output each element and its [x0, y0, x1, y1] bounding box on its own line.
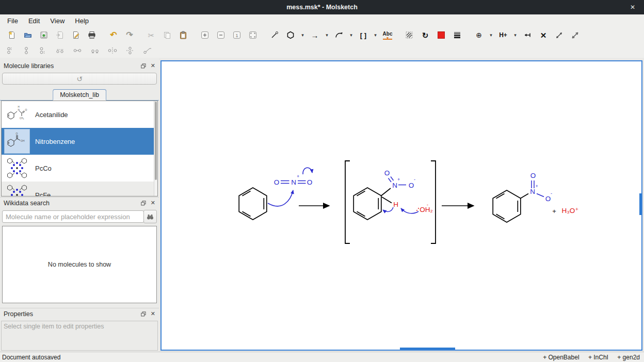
float-panel-icon[interactable]: [141, 201, 146, 206]
molecule-arrange-icon-1[interactable]: [5, 46, 14, 55]
ring-tool-dropdown[interactable]: ▾: [300, 32, 305, 38]
paste-button[interactable]: [176, 28, 190, 42]
zoom-original-button[interactable]: 1: [230, 28, 244, 42]
hydrogen-tool[interactable]: H+: [496, 28, 510, 42]
zoom-out-button[interactable]: [214, 28, 228, 42]
float-panel-icon[interactable]: [141, 311, 146, 317]
reactant-benzene[interactable]: [239, 188, 267, 220]
new-document-icon: [8, 31, 16, 39]
charge-tool[interactable]: ⊕: [472, 28, 486, 42]
mechanism-arrow-tool[interactable]: [332, 28, 346, 42]
open-file-button[interactable]: [21, 28, 35, 42]
menu-file[interactable]: File: [2, 16, 23, 26]
close-panel-icon[interactable]: ✕: [151, 311, 155, 317]
atom-label-o[interactable]: O: [530, 172, 536, 179]
color-tool[interactable]: [434, 28, 448, 42]
drawing-canvas[interactable]: O N O +: [160, 60, 642, 351]
hydrogen-tool-dropdown[interactable]: ▾: [512, 32, 518, 38]
menu-edit[interactable]: Edit: [23, 16, 45, 26]
list-item-acetanilide[interactable]: NHOCH₃ Acetanilide: [2, 101, 157, 128]
electron-arrow-benzene-to-nitronium[interactable]: [268, 190, 293, 206]
undo-button[interactable]: ↶: [107, 28, 120, 42]
status-message: Document autosaved: [2, 354, 60, 361]
electron-arrow-no-bond-to-oxygen[interactable]: [303, 168, 312, 174]
window-close-icon[interactable]: ✕: [625, 0, 640, 14]
line-width-tool[interactable]: [450, 28, 464, 42]
redo-button[interactable]: ↷: [123, 28, 136, 42]
cut-button[interactable]: ✂: [144, 28, 158, 42]
delete-tool[interactable]: ✕: [537, 28, 550, 42]
molecule-arrange-icon-4[interactable]: [55, 46, 65, 55]
mechanism-tool-1[interactable]: [553, 28, 566, 42]
atom-label-o[interactable]: O: [384, 169, 390, 177]
hydronium-label[interactable]: H₃O⁺: [562, 207, 579, 215]
export-button[interactable]: [69, 28, 83, 42]
atom-label-n[interactable]: N: [291, 178, 296, 186]
menu-view[interactable]: View: [45, 16, 70, 26]
mechanism-tool-2[interactable]: [569, 28, 582, 42]
library-scrollbar[interactable]: [154, 101, 157, 196]
print-button[interactable]: [85, 28, 99, 42]
bracket-tool-dropdown[interactable]: ▾: [373, 32, 378, 38]
atom-label-h[interactable]: H: [393, 201, 398, 208]
text-tool[interactable]: Abc▾: [381, 28, 394, 42]
molecule-arrange-icon-9[interactable]: [142, 46, 153, 55]
new-document-button[interactable]: [5, 28, 19, 42]
rotate-tool[interactable]: ↻: [418, 28, 432, 42]
ring-tool[interactable]: [284, 28, 297, 42]
molecule-arrange-icon-5[interactable]: [72, 46, 83, 55]
molecule-arrange-icon-7[interactable]: [107, 46, 118, 55]
molecule-libraries-panel: Molecule libraries ✕ ↺ Molsketch_lib NHO…: [0, 60, 159, 197]
zoom-fit-button[interactable]: [246, 28, 260, 42]
molecule-search-input[interactable]: [2, 210, 144, 223]
reaction-arrow-dropdown[interactable]: ▾: [324, 32, 330, 38]
import-button[interactable]: [53, 28, 67, 42]
copy-button[interactable]: [160, 28, 174, 42]
atom-label-o[interactable]: O: [409, 182, 414, 189]
mechanism-arrow-dropdown[interactable]: ▾: [348, 32, 354, 38]
connect-tool[interactable]: [521, 28, 534, 42]
close-panel-icon[interactable]: ✕: [151, 200, 155, 206]
draw-bond-tool[interactable]: [268, 28, 281, 42]
refresh-libraries-button[interactable]: ↺: [2, 73, 157, 85]
molecule-arrange-icon-2[interactable]: [22, 46, 31, 55]
list-item-pcco[interactable]: PcCo: [2, 155, 157, 182]
library-scrollbar-thumb[interactable]: [155, 102, 157, 180]
molecule-arrange-icon-3[interactable]: [38, 46, 47, 55]
menu-bar: File Edit View Help: [0, 14, 644, 27]
nitronium-ion[interactable]: O N O +: [274, 174, 313, 186]
atom-label-n[interactable]: N: [392, 182, 397, 189]
atom-label-o[interactable]: O: [545, 195, 551, 203]
left-bracket[interactable]: [345, 161, 350, 243]
electron-arrow-water-to-h[interactable]: [401, 208, 418, 213]
canvas-horizontal-scrollbar-thumb[interactable]: [400, 348, 455, 350]
search-button[interactable]: [143, 210, 157, 223]
atom-label-o[interactable]: O: [274, 178, 280, 186]
molecule-arrange-icon-6[interactable]: [90, 46, 100, 55]
charge-tool-dropdown[interactable]: ▾: [488, 32, 494, 38]
arrange-toolbar: [0, 43, 644, 58]
nitrobenzene-structure-thumbnail: OOH: [4, 129, 30, 154]
menu-help[interactable]: Help: [70, 16, 94, 26]
zoom-in-button[interactable]: [198, 28, 212, 42]
title-bar[interactable]: mess.msk* - Molsketch ✕: [0, 0, 644, 14]
atom-label-oh2[interactable]: OH₂: [420, 206, 433, 213]
electron-arrow-h-to-ring[interactable]: [383, 207, 393, 211]
tab-molsketch-lib[interactable]: Molsketch_lib: [53, 89, 106, 101]
list-item-pcfe[interactable]: PcFe: [2, 182, 157, 196]
water-base-label[interactable]: OH₂ -: [416, 202, 433, 213]
molecule-arrange-icon-8[interactable]: [125, 46, 135, 55]
canvas-vertical-scrollbar-thumb[interactable]: [639, 193, 641, 215]
list-item-nitrobenzene[interactable]: OOH Nitrobenzene: [2, 128, 157, 155]
atom-label-n[interactable]: N: [530, 188, 535, 195]
bracket-tool[interactable]: [ ]: [357, 28, 370, 42]
selection-area-tool[interactable]: [403, 28, 416, 42]
right-bracket[interactable]: [431, 161, 436, 243]
product-nitrobenzene[interactable]: N + O O -: [493, 172, 552, 222]
close-panel-icon[interactable]: ✕: [151, 63, 155, 69]
float-panel-icon[interactable]: [141, 63, 146, 69]
save-button[interactable]: [37, 28, 51, 42]
acetanilide-structure-thumbnail: NHOCH₃: [4, 102, 30, 127]
reaction-arrow-tool[interactable]: →: [308, 28, 321, 42]
atom-label-o[interactable]: O: [307, 178, 313, 186]
